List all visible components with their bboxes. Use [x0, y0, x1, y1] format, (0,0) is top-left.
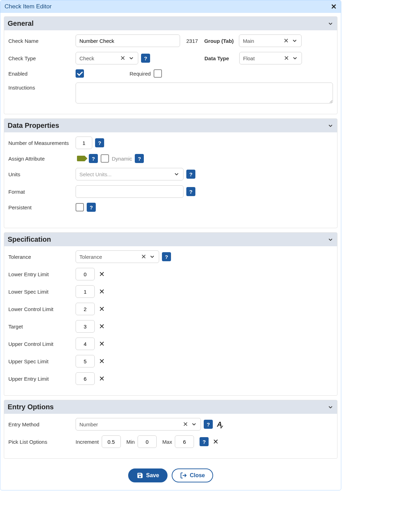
min-label: Min [126, 439, 135, 445]
enabled-checkbox[interactable] [76, 69, 84, 78]
spec-row: Upper Entry Limit✕ [8, 372, 333, 385]
spec-field-label: Upper Spec Limit [8, 358, 73, 364]
help-icon[interactable]: ? [204, 420, 213, 429]
general-section: General Check Name 2317 Group (Tab) Main… [4, 16, 337, 114]
clear-icon[interactable]: ✕ [141, 253, 146, 261]
spec-field-input[interactable] [76, 303, 95, 315]
persistent-checkbox[interactable] [76, 203, 84, 211]
clear-icon[interactable]: ✕ [98, 340, 106, 348]
clear-icon[interactable]: ✕ [183, 420, 188, 428]
spec-row: Upper Spec Limit✕ [8, 355, 333, 367]
help-icon[interactable]: ? [200, 437, 209, 446]
help-icon[interactable]: ? [87, 203, 96, 212]
spec-row: Lower Control Limit✕ [8, 303, 333, 315]
data-properties-header[interactable]: Data Properties [4, 119, 337, 132]
chevron-down-icon[interactable] [173, 171, 180, 177]
help-icon[interactable]: ? [186, 170, 195, 179]
general-section-title: General [8, 20, 33, 28]
pick-list-label: Pick List Options [8, 439, 73, 445]
dynamic-checkbox[interactable] [101, 154, 109, 163]
clear-icon[interactable]: ✕ [98, 374, 106, 383]
units-label: Units [8, 171, 73, 177]
check-type-label: Check Type [8, 55, 73, 61]
chevron-down-icon[interactable] [292, 55, 298, 61]
group-label: Group (Tab) [204, 38, 236, 44]
clear-icon[interactable]: ✕ [98, 270, 106, 278]
spec-field-label: Lower Spec Limit [8, 289, 73, 295]
chevron-down-icon[interactable] [128, 55, 134, 61]
clear-icon[interactable]: ✕ [98, 305, 106, 313]
general-section-header[interactable]: General [4, 17, 337, 30]
required-checkbox[interactable] [154, 69, 162, 78]
tolerance-select[interactable]: Tolerance ✕ [76, 250, 159, 263]
clear-icon[interactable]: ✕ [98, 357, 106, 365]
entry-method-value: Number [79, 421, 181, 427]
group-value: Main [243, 38, 282, 44]
help-icon[interactable]: ? [141, 54, 150, 63]
tolerance-label: Tolerance [8, 254, 73, 260]
entry-options-header[interactable]: Entry Options [4, 400, 337, 414]
help-icon[interactable]: ? [89, 154, 98, 163]
spec-field-input[interactable] [76, 372, 95, 385]
persistent-label: Persistent [8, 204, 73, 210]
spec-field-label: Upper Control Limit [8, 341, 73, 347]
close-icon[interactable]: ✕ [331, 3, 337, 10]
entry-options-section: Entry Options Entry Method Number ✕ ? A … [4, 400, 337, 459]
clear-icon[interactable]: ✕ [283, 37, 289, 45]
num-measurements-label: Number of Measurements [8, 140, 73, 146]
tag-icon[interactable] [76, 156, 86, 161]
check-id: 2317 [186, 38, 198, 44]
data-properties-title: Data Properties [8, 122, 59, 130]
spec-field-input[interactable] [76, 320, 95, 333]
save-button[interactable]: Save [128, 468, 168, 482]
chevron-down-icon[interactable] [191, 421, 197, 427]
entry-method-select[interactable]: Number ✕ [76, 418, 201, 431]
format-input[interactable] [76, 185, 184, 198]
exit-icon [180, 472, 187, 479]
data-type-value: Float [243, 55, 282, 61]
spec-field-input[interactable] [76, 285, 95, 298]
spec-field-label: Upper Entry Limit [8, 376, 73, 382]
save-icon [137, 472, 143, 479]
check-type-select[interactable]: Check ✕ [76, 52, 138, 64]
increment-input[interactable] [102, 435, 121, 448]
close-button[interactable]: Close [172, 468, 213, 482]
max-input[interactable] [175, 435, 194, 448]
check-name-input[interactable] [76, 34, 180, 47]
units-select[interactable]: Select Units... [76, 168, 184, 180]
help-icon[interactable]: ? [135, 154, 144, 163]
spec-row: Lower Spec Limit✕ [8, 285, 333, 298]
chevron-down-icon[interactable] [291, 38, 298, 44]
assign-attribute-label: Assign Attribute [8, 156, 73, 162]
enabled-label: Enabled [8, 71, 73, 77]
units-placeholder: Select Units... [79, 171, 172, 177]
chevron-down-icon[interactable] [149, 254, 155, 260]
group-select[interactable]: Main ✕ [239, 34, 302, 47]
clear-icon[interactable]: ✕ [120, 54, 125, 62]
spellcheck-icon[interactable]: A [217, 420, 222, 428]
spec-field-input[interactable] [76, 268, 95, 280]
dialog-body: General Check Name 2317 Group (Tab) Main… [0, 13, 341, 490]
spec-field-input[interactable] [76, 338, 95, 350]
check-type-value: Check [79, 55, 119, 61]
max-label: Max [162, 439, 172, 445]
specification-header[interactable]: Specification [4, 233, 337, 246]
data-type-label: Data Type [204, 55, 236, 61]
instructions-textarea[interactable] [76, 83, 333, 103]
min-input[interactable] [138, 435, 157, 448]
spec-field-input[interactable] [76, 355, 95, 367]
check-name-label: Check Name [8, 38, 73, 44]
clear-icon[interactable]: ✕ [284, 54, 289, 62]
help-icon[interactable]: ? [162, 252, 171, 261]
specification-section: Specification Tolerance Tolerance ✕ ? Lo… [4, 232, 337, 396]
clear-icon[interactable]: ✕ [98, 287, 106, 296]
required-label: Required [130, 71, 151, 77]
chevron-down-icon [327, 123, 334, 129]
instructions-label: Instructions [8, 83, 73, 91]
num-measurements-input[interactable] [76, 137, 92, 149]
help-icon[interactable]: ? [186, 187, 195, 196]
help-icon[interactable]: ? [95, 138, 104, 147]
clear-icon[interactable]: ✕ [211, 437, 220, 446]
data-type-select[interactable]: Float ✕ [239, 52, 302, 64]
clear-icon[interactable]: ✕ [98, 322, 106, 331]
